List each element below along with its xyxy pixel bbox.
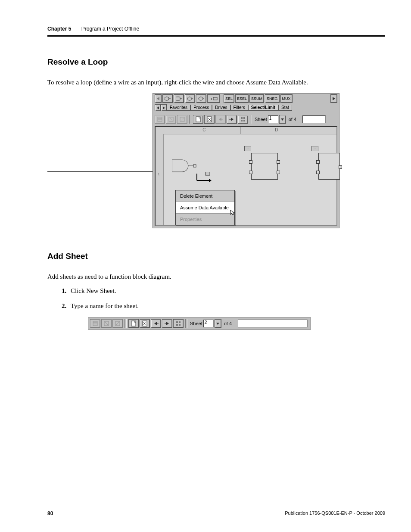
prev-sheet-button[interactable] bbox=[215, 115, 226, 124]
svg-rect-21 bbox=[196, 117, 200, 122]
instruction-sel[interactable]: SEL bbox=[224, 94, 234, 103]
svg-rect-48 bbox=[131, 321, 136, 326]
sheet-of-label: of 4 bbox=[289, 117, 296, 122]
sheet-name-input-2[interactable] bbox=[238, 320, 308, 327]
svg-marker-27 bbox=[231, 118, 234, 121]
diagram-canvas[interactable]: C D 1 bbox=[155, 126, 337, 226]
tab-stat[interactable]: Stat bbox=[278, 105, 292, 111]
new-sheet-button-2[interactable] bbox=[128, 319, 139, 328]
toolbar-shape-4[interactable] bbox=[196, 94, 206, 103]
scroll-right-icon[interactable] bbox=[330, 94, 337, 103]
view-btn-1[interactable] bbox=[155, 115, 165, 124]
svg-marker-13 bbox=[163, 106, 165, 109]
heading-resolve-loop: Resolve a Loop bbox=[47, 57, 385, 67]
figure-resolve-loop: T SEL ESEL SSUM SNEG MUX bbox=[47, 93, 385, 231]
svg-line-47 bbox=[116, 322, 119, 325]
sheet-label-2: Sheet bbox=[190, 321, 202, 326]
block-handle-1[interactable]: ... bbox=[244, 146, 251, 151]
svg-marker-11 bbox=[333, 97, 335, 100]
sheet-toolbar-screenshot: Sheet 2 of 4 bbox=[88, 317, 311, 330]
tab-filters[interactable]: Filters bbox=[230, 105, 248, 111]
function-block-2[interactable] bbox=[318, 153, 340, 180]
tab-scroll-right-icon[interactable] bbox=[161, 104, 167, 111]
svg-rect-31 bbox=[241, 120, 243, 121]
page-footer: 80 Publication 1756-QS001E-EN-P - Octobe… bbox=[26, 510, 385, 516]
chapter-label: Chapter 5 bbox=[47, 26, 71, 32]
row-marker-1: 1 bbox=[158, 172, 160, 176]
sheet-dropdown-icon[interactable] bbox=[279, 115, 286, 124]
view-btn-2b[interactable] bbox=[101, 319, 112, 328]
view-btn-1b[interactable] bbox=[90, 319, 100, 328]
svg-marker-25 bbox=[219, 118, 221, 121]
tab-scroll-left-icon[interactable] bbox=[155, 104, 161, 111]
tab-favorites[interactable]: Favorites bbox=[167, 105, 190, 111]
tab-drives[interactable]: Drives bbox=[212, 105, 230, 111]
svg-point-7 bbox=[199, 97, 203, 100]
section-add-sheet: Add Sheet Add sheets as need to a functi… bbox=[47, 252, 385, 330]
menu-delete-element[interactable]: Delete Element bbox=[176, 190, 234, 202]
loop-wire[interactable] bbox=[172, 172, 212, 183]
ruler-mark-d: D bbox=[275, 128, 278, 132]
block-handle-2[interactable]: ... bbox=[311, 146, 318, 151]
step-2: Type a name for the sheet. bbox=[68, 302, 385, 310]
svg-line-20 bbox=[181, 118, 184, 121]
logic-gate[interactable] bbox=[172, 158, 198, 174]
sheet-name-input[interactable] bbox=[302, 115, 326, 123]
sheet-number-input[interactable]: 1 bbox=[268, 115, 278, 123]
tab-select-limit[interactable]: Select/Limit bbox=[248, 105, 278, 111]
next-sheet-button[interactable] bbox=[227, 115, 237, 124]
svg-rect-30 bbox=[243, 117, 245, 119]
toolbar-shape-2[interactable] bbox=[174, 94, 184, 103]
tab-process[interactable]: Process bbox=[190, 105, 212, 111]
running-header: Chapter 5 Program a Project Offline bbox=[47, 26, 385, 37]
publication-info: Publication 1756-QS001E-EN-P - October 2… bbox=[285, 510, 385, 516]
prev-sheet-button-2[interactable] bbox=[151, 319, 161, 328]
toolbar-shape-3[interactable] bbox=[185, 94, 195, 103]
svg-rect-56 bbox=[176, 321, 178, 323]
toolbar-shape-1[interactable] bbox=[162, 94, 173, 103]
svg-rect-39 bbox=[206, 172, 210, 175]
overview-button[interactable] bbox=[238, 115, 248, 124]
svg-rect-35 bbox=[193, 165, 196, 167]
next-sheet-button-2[interactable] bbox=[162, 319, 172, 328]
svg-marker-40 bbox=[230, 210, 234, 215]
page-number: 80 bbox=[47, 510, 53, 516]
svg-marker-12 bbox=[157, 106, 159, 109]
svg-rect-29 bbox=[241, 117, 243, 119]
instruction-mux[interactable]: MUX bbox=[280, 94, 293, 103]
sheet-label: Sheet bbox=[255, 117, 267, 122]
overview-button-2[interactable] bbox=[173, 319, 184, 328]
menu-assume-data-available[interactable]: Assume Data Available bbox=[176, 202, 234, 214]
svg-text:T: T bbox=[210, 97, 212, 101]
instruction-ssum[interactable]: SSUM bbox=[249, 94, 264, 103]
svg-rect-1 bbox=[165, 97, 169, 100]
svg-line-18 bbox=[170, 118, 172, 121]
instruction-sneg[interactable]: SNEG bbox=[265, 94, 280, 103]
new-sheet-button[interactable] bbox=[193, 115, 203, 124]
fbd-editor-screenshot: T SEL ESEL SSUM SNEG MUX bbox=[153, 93, 339, 228]
svg-line-45 bbox=[105, 322, 108, 325]
svg-rect-10 bbox=[213, 97, 217, 100]
step-1: Click New Sheet. bbox=[68, 287, 385, 295]
sheet-dropdown-icon-2[interactable] bbox=[215, 319, 221, 328]
instruction-esel[interactable]: ESEL bbox=[235, 94, 249, 103]
view-btn-3b[interactable] bbox=[112, 319, 123, 328]
menu-properties: Properties bbox=[176, 214, 234, 225]
svg-marker-33 bbox=[281, 118, 284, 121]
view-btn-3[interactable] bbox=[177, 115, 187, 124]
delete-sheet-button[interactable] bbox=[204, 115, 215, 124]
sheet-number-input-2[interactable]: 2 bbox=[203, 320, 214, 327]
svg-rect-57 bbox=[179, 321, 181, 323]
scroll-left-icon[interactable] bbox=[155, 94, 162, 103]
section-resolve-loop: Resolve a Loop To resolve a loop (define… bbox=[47, 57, 385, 231]
steps-list: Click New Sheet. Type a name for the she… bbox=[47, 287, 385, 310]
svg-rect-59 bbox=[179, 324, 181, 326]
view-btn-2[interactable] bbox=[166, 115, 176, 124]
delete-sheet-button-2[interactable] bbox=[140, 319, 150, 328]
intro-resolve-loop: To resolve a loop (define a wire as an i… bbox=[47, 79, 385, 86]
svg-rect-32 bbox=[243, 120, 245, 121]
toolbar-text-icon[interactable]: T bbox=[207, 94, 220, 103]
ruler-mark-c: C bbox=[202, 128, 206, 132]
cursor-icon bbox=[230, 210, 236, 216]
function-block-1[interactable] bbox=[251, 153, 278, 180]
